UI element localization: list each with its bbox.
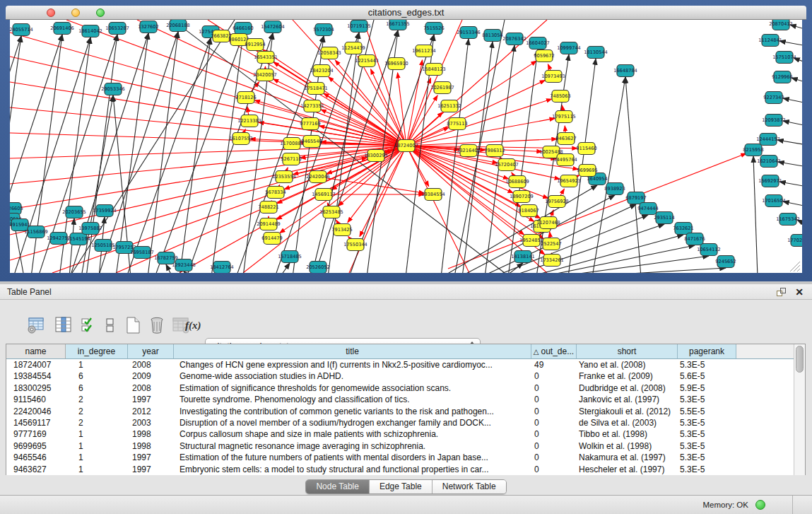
table-row[interactable]: 977716911998Corpus callosum shape and si…: [6, 428, 794, 440]
graph-node-label: 19611234: [412, 48, 436, 54]
column-header-name[interactable]: name: [6, 344, 66, 359]
graph-edge[interactable]: [406, 139, 557, 146]
cell: Disruption of a novel member of a sodium…: [174, 417, 531, 428]
column-header-out_de[interactable]: △out_de...: [531, 344, 577, 359]
graph-node-label: 8775113: [447, 121, 467, 127]
citation-network-graph[interactable]: 2405571420691406186140421065328713276022…: [10, 20, 802, 273]
graph-edge[interactable]: [254, 100, 406, 146]
table-row[interactable]: 946554611997Estimation of the future num…: [6, 452, 794, 463]
graph-edge[interactable]: [783, 98, 802, 103]
graph-edge[interactable]: [321, 110, 406, 146]
tab-node-table[interactable]: Node Table: [306, 480, 370, 493]
graph-edge[interactable]: [783, 121, 802, 126]
graph-node-label: 18300295: [364, 153, 388, 158]
graph-edge[interactable]: [211, 35, 243, 273]
column-header-year[interactable]: year: [128, 344, 174, 359]
column-visibility-icon[interactable]: [54, 315, 73, 335]
graph-edge[interactable]: [10, 133, 406, 146]
graph-node-label: 16543351: [254, 54, 278, 60]
table-row[interactable]: 1938455462009Genome-wide association stu…: [6, 370, 794, 382]
cell: Investigating the contribution of common…: [174, 406, 531, 417]
graph-edge[interactable]: [792, 78, 802, 83]
table-row[interactable]: 911546021997Tourette syndrome. Phenomeno…: [6, 394, 794, 405]
graph-edge[interactable]: [126, 38, 211, 273]
column-header-in_degree[interactable]: in_degree: [66, 344, 128, 359]
graph-node-label: 9463627: [555, 136, 576, 141]
canvas-resize-grip[interactable]: [794, 265, 800, 271]
window-close-button[interactable]: [47, 8, 55, 17]
graph-edge[interactable]: [69, 218, 74, 273]
graph-edge[interactable]: [406, 99, 552, 146]
column-header-pagerank[interactable]: pagerank: [678, 344, 736, 359]
graph-node-label: 11254439: [341, 45, 365, 51]
cell: 1: [66, 428, 128, 440]
cell: 19384554: [6, 370, 66, 382]
graph-edge[interactable]: [625, 77, 641, 273]
graph-node-label: 9474444: [637, 206, 658, 211]
table-row[interactable]: 1456911722003Disruption of a novel membe…: [6, 417, 794, 428]
table-row[interactable]: 946362711997Embryonic stem cells: a mode…: [6, 464, 794, 475]
graph-node-label: 12923448: [172, 262, 196, 268]
cell: [736, 382, 794, 394]
graph-edge[interactable]: [779, 41, 802, 46]
graph-edge[interactable]: [10, 36, 21, 273]
new-column-icon[interactable]: [123, 315, 143, 335]
graph-node-label: 20691406: [50, 25, 74, 31]
table-row[interactable]: 1830029562008Estimation of significance …: [6, 382, 794, 394]
graph-edge[interactable]: [280, 263, 290, 273]
graph-node-label: 11207468: [536, 220, 560, 226]
tab-edge-table[interactable]: Edge Table: [370, 480, 433, 493]
cell: 22420046: [6, 406, 66, 417]
function-builder-icon[interactable]: f(x): [185, 315, 205, 335]
column-select-icon[interactable]: [79, 315, 99, 335]
graph-edge[interactable]: [10, 146, 406, 184]
table-row[interactable]: 1872400712008Changes of HCN gene express…: [6, 359, 794, 370]
table-settings-icon[interactable]: [27, 315, 47, 335]
float-panel-icon[interactable]: [776, 287, 787, 298]
close-panel-icon[interactable]: ✕: [795, 286, 804, 298]
table-row[interactable]: 2242004622012Investigating the contribut…: [6, 406, 794, 417]
cell: Structural magnetic resonance image aver…: [174, 440, 531, 452]
scrollbar-thumb[interactable]: [796, 346, 804, 373]
graph-edge[interactable]: [184, 271, 190, 273]
graph-edge[interactable]: [10, 146, 406, 158]
graph-node-label: 16210643: [757, 158, 781, 164]
graph-edge[interactable]: [10, 36, 21, 273]
graph-edge[interactable]: [72, 20, 235, 273]
graph-edge[interactable]: [777, 140, 802, 145]
graph-node-label: 17359924: [93, 208, 117, 214]
graph-edge[interactable]: [10, 146, 406, 235]
graph-edge[interactable]: [779, 182, 802, 187]
window-zoom-button[interactable]: [96, 8, 105, 17]
column-header-short[interactable]: short: [577, 344, 678, 359]
graph-node-label: 15472604: [261, 24, 285, 30]
graph-edge[interactable]: [753, 156, 758, 273]
window-minimize-button[interactable]: [71, 8, 80, 17]
graph-node-label: 15848123: [422, 66, 446, 72]
network-canvas[interactable]: 2405571420691406186140421065328713276022…: [10, 20, 802, 273]
cell: [736, 440, 794, 452]
cell: 18300295: [6, 382, 66, 394]
cell: [736, 452, 794, 463]
graph-edge[interactable]: [778, 162, 802, 167]
table-header-row: namein_degreeyeartitle△out_de...shortpag…: [6, 344, 794, 359]
vertical-scrollbar[interactable]: [794, 344, 805, 475]
column-header-title[interactable]: title: [174, 344, 531, 359]
table-row[interactable]: 969969511998Structural magnetic resonanc…: [6, 440, 794, 452]
graph-edge[interactable]: [783, 201, 802, 206]
cell: 0: [531, 440, 577, 452]
graph-node-label: 9227343: [763, 95, 784, 100]
graph-node-label: 6879197: [625, 195, 646, 201]
graph-edge[interactable]: [116, 33, 148, 273]
delete-column-icon[interactable]: [147, 315, 167, 335]
row-height-icon[interactable]: [100, 315, 120, 335]
tab-network-table[interactable]: Network Table: [433, 480, 506, 493]
graph-edge[interactable]: [493, 215, 648, 273]
graph-node-label: 7986312: [484, 148, 505, 153]
graph-edge[interactable]: [180, 38, 211, 273]
network-window-titlebar[interactable]: citations_edges.txt: [6, 6, 806, 20]
cell: 2: [66, 394, 128, 405]
cell: 1998: [128, 440, 174, 452]
canvas-resize-grip[interactable]: [797, 269, 800, 271]
graph-node-label: 10653287: [105, 25, 129, 31]
